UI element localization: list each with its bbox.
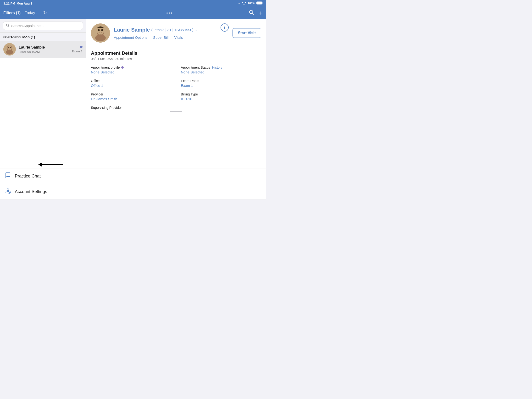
vitals-button[interactable]: Vitals [174,35,183,39]
date-header: 08/01/2022 Mon (1) [0,32,86,41]
svg-point-0 [244,4,244,5]
arrow-line [42,164,63,165]
billing-type-value[interactable]: ICD-10 [181,97,261,101]
svg-point-10 [6,50,13,55]
svg-point-19 [7,189,9,191]
details-grid: Appointment profile None Selected Appoin… [91,66,261,110]
exam-room-item: Exam Room Exam 1 [181,79,261,88]
scroll-pill [170,111,182,112]
office-value[interactable]: Office 1 [91,83,171,88]
supervising-provider-item: Supervising Provider [91,106,171,110]
appointment-details-time: 08/01 08:10AM, 30 minutes [91,57,261,61]
appointment-profile-item: Appointment profile None Selected [91,66,171,74]
search-input-wrapper [3,22,83,30]
history-link[interactable]: History [212,66,222,69]
office-label: Office [91,79,171,83]
appointment-info: Laurie Sample 08/01 08:10AM [19,45,69,54]
svg-line-4 [252,13,254,15]
svg-point-11 [8,47,9,48]
svg-point-17 [98,29,100,31]
patient-header: Laurie Sample (Female | 31 | 12/08/1990)… [86,19,266,46]
date-header-text: 08/01/2022 Mon (1) [3,35,35,39]
appointment-profile-value[interactable]: None Selected [91,70,171,74]
appointment-right: Exam 1 [72,46,82,53]
scroll-indicator [91,110,261,114]
appointment-options-button[interactable]: Appointment Options [114,35,147,39]
svg-point-15 [97,27,104,35]
battery-text: 100% [247,2,255,5]
search-bar-container [0,19,86,32]
today-button[interactable]: Today ⌄ [25,11,39,15]
location-icon: ▲ [238,2,241,5]
billing-type-label: Billing Type [181,92,261,96]
appointment-patient-name: Laurie Sample [19,45,69,50]
bottom-menu: Practice Chat Account Settings [0,168,266,200]
exam-room-label: Exam Room [181,79,261,83]
appointment-status-item: Appointment Status History None Selected [181,66,261,74]
profile-color-dot [121,66,124,69]
exam-room-value[interactable]: Exam 1 [181,83,261,88]
appointment-status-dot [80,46,82,48]
search-button[interactable] [249,10,254,16]
appointment-details-title: Appointment Details [91,51,261,56]
account-settings-icon [5,188,11,196]
appointment-status-label: Appointment Status History [181,66,261,69]
start-visit-button[interactable]: Start Visit [233,28,261,38]
info-button[interactable]: i [221,23,229,32]
office-item: Office Office 1 [91,79,171,88]
patient-info: Laurie Sample (Female | 31 | 12/08/1990)… [114,27,217,39]
super-bill-button[interactable]: Super Bill [153,35,168,39]
patient-chevron-icon[interactable]: ⌄ [195,28,198,32]
arrow-annotation [38,163,63,166]
filters-button[interactable]: Filters (1) [3,11,21,15]
patient-demographics: (Female | 31 | 12/08/1990) [151,28,193,32]
dot-menu [166,13,172,14]
status-date: Mon Aug 1 [17,2,32,5]
patient-name: Laurie Sample [114,27,150,33]
practice-chat-label: Practice Chat [15,174,41,179]
refresh-button[interactable]: ↻ [43,10,47,16]
search-input[interactable] [11,24,80,28]
status-time: 3:21 PM [3,2,15,5]
arrow-head-icon [38,163,42,166]
svg-rect-2 [262,2,263,4]
practice-chat-menu-item[interactable]: Practice Chat [0,168,266,184]
patient-avatar-large [91,23,110,43]
svg-point-18 [101,29,103,31]
battery-icon [256,1,263,5]
provider-label: Provider [91,92,171,96]
status-bar: 3:21 PM Mon Aug 1 ▲ 100% [0,0,266,7]
account-settings-menu-item[interactable]: Account Settings [0,184,266,200]
appointment-profile-label: Appointment profile [91,66,171,69]
search-icon [6,24,9,28]
nav-bar: Filters (1) Today ⌄ ↻ + [0,7,266,19]
patient-avatar-small [3,43,16,56]
svg-point-5 [6,24,9,26]
svg-point-12 [10,47,12,48]
svg-rect-1 [256,2,262,4]
svg-point-3 [249,10,253,14]
appointment-room: Exam 1 [72,50,82,53]
appointment-status-value[interactable]: None Selected [181,70,261,74]
appointment-details-section: Appointment Details 08/01 08:10AM, 30 mi… [86,46,266,118]
chat-icon [5,172,11,180]
supervising-provider-label: Supervising Provider [91,106,171,110]
billing-type-item: Billing Type ICD-10 [181,92,261,101]
appointment-time: 08/01 08:10AM [19,50,69,54]
provider-value[interactable]: Dr. James Smith [91,97,171,101]
add-button[interactable]: + [259,10,263,16]
account-settings-label: Account Settings [15,189,47,194]
provider-item: Provider Dr. James Smith [91,92,171,101]
svg-line-6 [8,26,9,27]
wifi-icon [242,1,246,6]
appointment-list-item[interactable]: Laurie Sample 08/01 08:10AM Exam 1 [0,41,86,58]
svg-point-16 [95,34,106,41]
